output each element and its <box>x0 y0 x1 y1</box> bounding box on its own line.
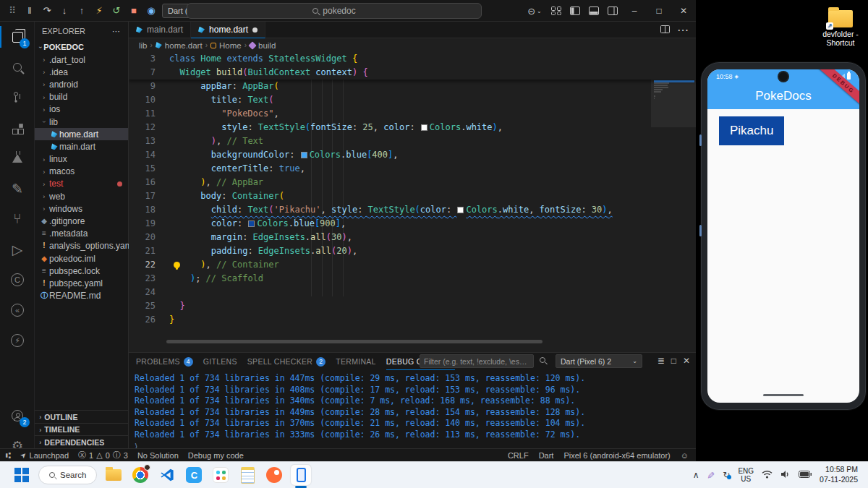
pause-icon[interactable]: ‖ <box>22 3 38 19</box>
tab-home.dart[interactable]: home.dart <box>191 22 265 38</box>
tree-item-.idea[interactable]: ›.idea <box>35 66 128 78</box>
code-line-10[interactable]: 10 title: Text( <box>129 93 696 107</box>
code-line-3[interactable]: 3class Home extends StatelessWidget { <box>129 52 696 66</box>
console-device-selector[interactable]: Dart (Pixel 6) 2 ⌄ <box>556 354 642 368</box>
close-panel-icon[interactable]: ✕ <box>683 356 690 366</box>
code-line-17[interactable]: 17 body: Container( <box>129 189 696 203</box>
code-line-15[interactable]: 15 centerTitle: true, <box>129 162 696 176</box>
minimap[interactable] <box>651 52 696 341</box>
desktop-shortcut-devfolder[interactable]: ↗ devfolder - Shortcut <box>816 6 865 47</box>
panel-tab-spell-checker[interactable]: SPELL CHECKER2 <box>247 353 326 370</box>
code-line-22[interactable]: 22 ), // Container <box>129 258 696 272</box>
activity-testing-icon[interactable] <box>0 143 35 174</box>
close-button[interactable]: ✕ <box>671 0 696 22</box>
language-indicator[interactable]: Dart <box>539 451 554 460</box>
tab-main.dart[interactable]: main.dart <box>129 22 191 38</box>
tree-item-README.md[interactable]: ⓘREADME.md <box>35 290 128 302</box>
sync-icon[interactable]: ⊝⌄ <box>522 0 547 22</box>
console-filter-input[interactable] <box>420 354 534 368</box>
stop-icon[interactable]: ■ <box>126 3 142 19</box>
battery-icon[interactable] <box>799 471 812 479</box>
activity-copilot-icon[interactable]: C <box>0 265 35 295</box>
activity-search-icon[interactable] <box>0 52 35 82</box>
taskbar-vscode-icon[interactable] <box>157 465 177 485</box>
code-line-9[interactable]: 9 appBar: AppBar( <box>129 80 696 93</box>
code-line-12[interactable]: 12 style: TextStyle(fontSize: 25, color:… <box>129 121 696 134</box>
update-icon[interactable]: ↻ <box>723 470 730 480</box>
code-line-13[interactable]: 13 ), // Text <box>129 134 696 148</box>
eol-indicator[interactable]: CRLF <box>508 451 529 460</box>
inspector-icon[interactable]: ◉ <box>143 3 159 19</box>
taskbar-search[interactable]: Search <box>38 466 97 484</box>
pen-icon[interactable]: ✎ <box>705 471 716 479</box>
taskbar-explorer-icon[interactable] <box>103 465 124 485</box>
taskbar-slack-icon[interactable] <box>210 465 231 485</box>
maximize-panel-icon[interactable]: □ <box>671 356 676 366</box>
views-more-actions-icon[interactable]: ⋯ <box>112 27 121 36</box>
tree-item-main.dart[interactable]: main.dart <box>35 140 128 153</box>
taskbar-clock[interactable]: 10:58 PM07-11-2025 <box>820 465 858 484</box>
tree-item-pokedoc.iml[interactable]: ◆pokedoc.iml <box>35 252 128 265</box>
gesture-bar[interactable] <box>763 394 804 396</box>
debug-console-output[interactable]: Reloaded 1 of 734 libraries in 447ms (co… <box>135 373 585 441</box>
emulator-window[interactable]: 10:58 ◈ PokeDocs DEBUG Pikachu <box>700 61 867 411</box>
tree-item-windows[interactable]: ›windows <box>35 202 128 215</box>
tree-item-home.dart[interactable]: home.dart <box>35 128 128 140</box>
tree-root-pokedoc[interactable]: › POKEDOC <box>35 40 128 53</box>
code-line-25[interactable]: 25 } <box>129 299 696 313</box>
activity-power-icon[interactable]: ⚡ <box>0 325 35 356</box>
tree-item-ios[interactable]: ›ios <box>35 103 128 116</box>
tree-item-web[interactable]: ›web <box>35 190 128 202</box>
breadcrumb-item[interactable]: lib <box>139 41 148 50</box>
toggle-secondary-sidebar-icon[interactable] <box>603 7 622 15</box>
panel-tab-terminal[interactable]: TERMINAL <box>336 353 376 370</box>
tree-item-.dart_tool[interactable]: ›.dart_tool <box>35 53 128 66</box>
tree-item-macos[interactable]: ›macos <box>35 166 128 178</box>
section-dependencies[interactable]: ›DEPENDENCIES <box>35 435 128 448</box>
code-line-24[interactable]: 24 <box>129 286 696 299</box>
tree-item-test[interactable]: ›test <box>35 178 128 190</box>
taskbar-emulator-icon[interactable] <box>291 465 311 485</box>
tree-item-build[interactable]: ›build <box>35 91 128 103</box>
split-editor-icon[interactable] <box>660 23 670 36</box>
breadcrumb-item[interactable]: home.dart <box>165 41 203 50</box>
more-actions-icon[interactable]: ⋯ <box>677 23 689 37</box>
horizontal-scrollbar[interactable] <box>166 340 542 343</box>
code-line-23[interactable]: 23 ); // Scaffold <box>129 272 696 286</box>
emulator-screen[interactable]: 10:58 ◈ PokeDocs DEBUG Pikachu <box>707 69 859 403</box>
wifi-icon[interactable] <box>762 470 773 480</box>
code-line-21[interactable]: 21 padding: EdgeInsets.all(20), <box>129 244 696 258</box>
taskbar-clock-app-icon[interactable]: C <box>184 465 204 485</box>
code-line-14[interactable]: 14 backgroundColor: Colors.blue[400], <box>129 148 696 162</box>
breadcrumb[interactable]: lib›home.dart›Home›build <box>129 38 696 52</box>
activity-source-control-icon[interactable] <box>0 82 35 113</box>
customize-layout-icon[interactable] <box>547 7 566 15</box>
feedback-icon[interactable]: ☺ <box>681 451 689 460</box>
tree-item-pubspec.lock[interactable]: ≡pubspec.lock <box>35 265 128 277</box>
tree-item-analysis_options.yaml[interactable]: !analysis_options.yaml <box>35 240 128 252</box>
activity-account-icon[interactable]: 2 <box>0 401 35 431</box>
section-outline[interactable]: ›OUTLINE <box>35 410 128 423</box>
code-line-7[interactable]: 7 Widget build(BuildContext context) { <box>129 66 696 80</box>
lightbulb-icon[interactable] <box>174 262 180 268</box>
section-timeline[interactable]: ›TIMELINE <box>35 423 128 436</box>
command-center-search[interactable]: pokedoc <box>187 3 482 19</box>
word-wrap-icon[interactable]: ≣ <box>658 356 665 366</box>
taskbar-start-button[interactable] <box>12 465 32 485</box>
tree-item-linux[interactable]: ›linux <box>35 153 128 166</box>
code-line-26[interactable]: 26} <box>129 313 696 327</box>
tree-item-lib[interactable]: ›lib <box>35 116 128 128</box>
taskbar-notepad-icon[interactable] <box>237 465 258 485</box>
solution-item[interactable]: No Solution <box>137 451 179 460</box>
tree-item-.metadata[interactable]: ≡.metadata <box>35 228 128 240</box>
source-control-graph-icon[interactable]: ⑆ <box>6 450 11 461</box>
code-line-11[interactable]: 11 "PokeDocs", <box>129 107 696 121</box>
toggle-sidebar-icon[interactable] <box>566 7 584 15</box>
breadcrumb-item[interactable]: build <box>258 41 276 50</box>
minimize-button[interactable]: – <box>622 0 647 22</box>
code-line-19[interactable]: 19 color: Colors.blue[900], <box>129 217 696 231</box>
tray-chevron-icon[interactable]: ∧ <box>693 470 699 480</box>
panel-tab-problems[interactable]: PROBLEMS4 <box>136 353 193 370</box>
panel-tab-gitlens[interactable]: GITLENS <box>203 353 237 370</box>
code-editor[interactable]: 9 appBar: AppBar(10 title: Text(11 "Poke… <box>129 52 696 352</box>
